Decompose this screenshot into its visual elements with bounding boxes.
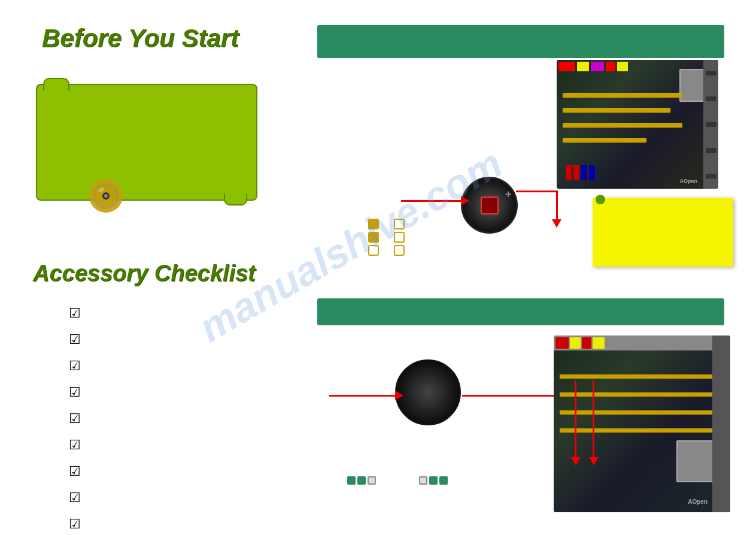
checklist-item: ☑ [69,490,81,506]
bottom-green-banner [317,298,724,325]
jumper-pin-empty [394,232,405,243]
pin-filled [439,476,448,485]
motherboard-bottom-image: AOpen [554,335,730,512]
page-title-before: Before You Start [42,24,239,53]
checklist-item: ☑ [69,385,81,400]
checklist-item: ☑ [69,332,81,347]
connector-diagram-right [419,476,448,485]
plus-label: + [505,188,512,201]
connector-detail-bottom: 77k [395,359,461,425]
jumper-pin-filled [368,219,379,229]
checklist-item: ☑ [69,516,81,532]
connector-detail-top [461,177,518,234]
red-arrow-top [401,196,469,205]
jumper-pin-filled [368,232,379,243]
yellow-sticky-note [593,198,733,267]
svg-point-4 [104,194,108,198]
pin-filled [429,476,438,485]
mb-red-arrow-1 [575,380,576,458]
pin-filled [347,476,356,485]
checklist-item: ☑ [69,306,81,321]
pin-empty [368,476,376,485]
l-arrow-top [516,191,558,228]
jumper-pin-empty [394,245,405,256]
pin-empty [419,476,427,485]
checklist-item: ☑ [69,358,81,374]
arrow-head [395,391,403,400]
arrow-line [462,395,555,397]
pin-filled [357,476,366,485]
arrow-line [401,200,461,202]
page-title-accessory: Accessory Checklist [33,261,256,286]
scroll-box [36,84,257,201]
checklist-item: ☑ [69,464,81,479]
red-arrow-bottom-right [462,391,563,400]
red-arrow-bottom-left [329,391,403,400]
top-green-banner [317,25,724,58]
checklist-item: ☑ [69,437,81,453]
jumper-pin-empty [368,245,379,256]
jumper-pin-empty [394,219,405,229]
checklist-item: ☑ [69,411,81,427]
connector-diagram-left [347,476,376,485]
jumper-diagram-top [368,219,405,256]
mb-red-arrow-2 [593,380,594,458]
checklist: ☑ ☑ ☑ ☑ ☑ ☑ ☑ ☑ ☑ [69,306,81,532]
arrow-line [329,395,395,397]
arrow-head [461,196,469,205]
cd-icon [88,178,124,214]
motherboard-top-image: AOpen [557,60,718,189]
